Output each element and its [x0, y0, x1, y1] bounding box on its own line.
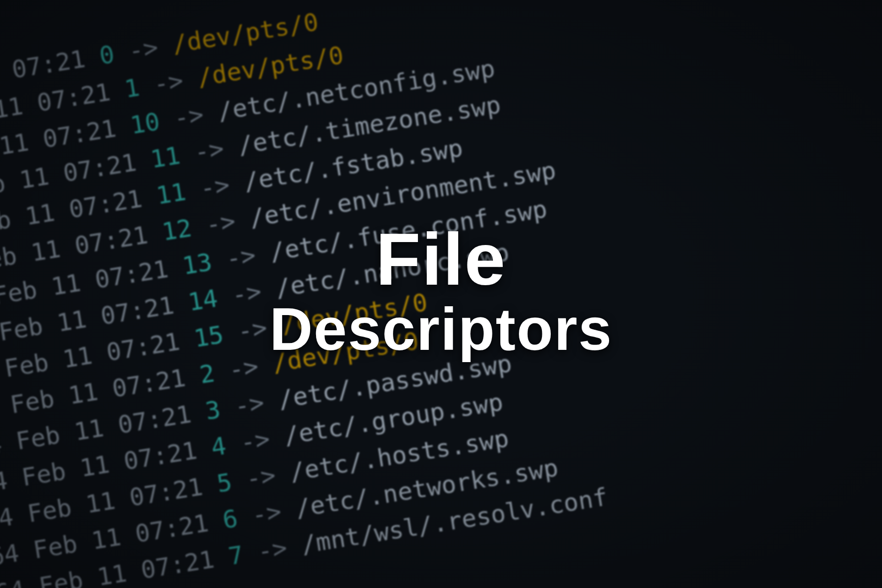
arrow-icon: -> — [204, 207, 238, 240]
title-word-2: Descriptors — [270, 301, 612, 358]
arrow-icon: -> — [192, 134, 226, 167]
arrow-icon: -> — [198, 171, 232, 203]
fd-number: 14 — [186, 284, 220, 317]
fd-number: 11 — [154, 177, 188, 210]
arrow-icon: -> — [224, 241, 258, 273]
fd-number: 4 — [209, 432, 228, 462]
arrow-icon: -> — [250, 497, 284, 530]
fd-number: 5 — [215, 468, 234, 498]
fd-number: 11 — [148, 141, 182, 174]
page-title: File Descriptors — [270, 224, 612, 358]
arrow-icon: -> — [151, 66, 185, 99]
fd-number: 12 — [160, 214, 194, 246]
fd-number: 13 — [180, 247, 214, 280]
fd-number: 1 — [122, 73, 142, 103]
arrow-icon: -> — [238, 424, 272, 457]
fd-number: 6 — [220, 504, 240, 535]
arrow-icon: -> — [244, 461, 278, 493]
arrow-icon: -> — [232, 388, 266, 421]
arrow-icon: -> — [172, 100, 206, 133]
fd-number: 7 — [226, 540, 245, 571]
arrow-icon: -> — [126, 33, 160, 66]
hero-image: 39/fd# ls ot 64 Feb 11 07:21 0 -> /dev/p… — [0, 0, 882, 588]
fd-number: 0 — [98, 40, 117, 70]
fd-number: 3 — [203, 395, 222, 425]
arrow-icon: -> — [255, 534, 289, 566]
fd-number: 15 — [192, 320, 226, 353]
title-word-1: File — [376, 218, 506, 300]
fd-number: 2 — [197, 359, 217, 389]
arrow-icon: -> — [227, 352, 261, 385]
arrow-icon: -> — [236, 313, 270, 346]
arrow-icon: -> — [230, 277, 264, 310]
fd-number: 10 — [128, 107, 162, 140]
